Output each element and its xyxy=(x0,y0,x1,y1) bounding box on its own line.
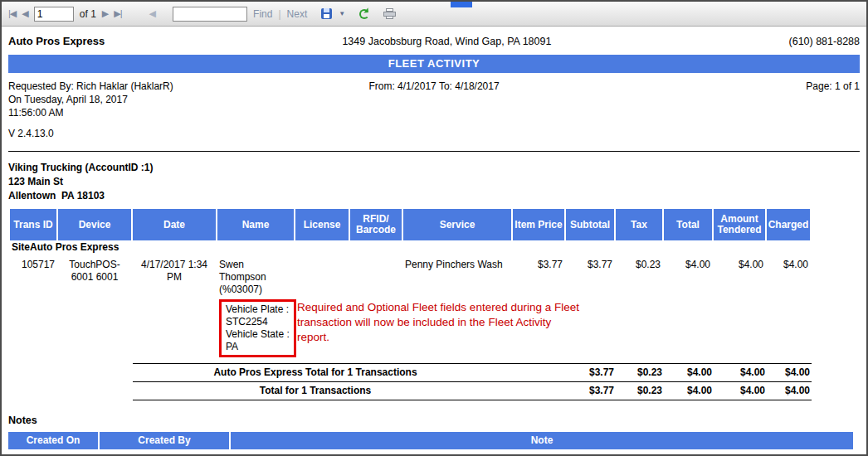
col-header-amount-tendered: Amount Tendered xyxy=(714,209,765,240)
site-group-label: SiteAuto Pros Express xyxy=(10,240,810,255)
site-total-amount-tendered: $4.00 xyxy=(714,366,767,378)
account-name: Viking Trucking (AccountID :1) xyxy=(8,161,860,175)
col-header-date: Date xyxy=(133,209,216,240)
table-header-row: Trans ID Device Date Name License RFID/ … xyxy=(10,209,810,240)
vehicle-fields-cell: Vehicle Plate : STC2254 Vehicle State : … xyxy=(217,297,294,358)
col-header-device: Device xyxy=(58,209,131,240)
search-input[interactable] xyxy=(173,7,247,22)
fleet-activity-table: Trans ID Device Date Name License RFID/ … xyxy=(8,209,812,358)
cell-trans-id: 105717 xyxy=(10,255,56,297)
report-body: Auto Pros Express 1349 Jacobsburg Road, … xyxy=(2,27,866,449)
site-total-label: Auto Pros Express Total for 1 Transactio… xyxy=(133,366,498,378)
cell-rfid-barcode xyxy=(350,255,402,297)
col-header-tax: Tax xyxy=(616,209,662,240)
page-number-input[interactable] xyxy=(34,7,74,22)
cell-device: TouchPOS-6001 6001 xyxy=(58,255,131,297)
cell-charged: $4.00 xyxy=(767,255,810,297)
vehicle-fields-highlight-box: Vehicle Plate : STC2254 Vehicle State : … xyxy=(219,299,296,357)
find-next-button[interactable]: Next xyxy=(287,8,308,20)
col-header-license: License xyxy=(295,209,349,240)
grand-total-total: $4.00 xyxy=(664,385,714,396)
requested-date: On Tuesday, April 18, 2017 xyxy=(8,93,860,106)
back-to-parent-button[interactable]: ◀ xyxy=(149,8,155,19)
cell-total: $4.00 xyxy=(664,255,712,297)
grand-total-row: Total for 1 Transactions $3.77 $0.23 $4.… xyxy=(133,381,812,400)
site-group-row: SiteAuto Pros Express xyxy=(10,240,810,255)
company-name: Auto Pros Express xyxy=(8,35,105,47)
cell-tax: $0.23 xyxy=(616,255,662,297)
report-meta: Requested By: Rich Haklar (HaklarR) On T… xyxy=(8,80,860,140)
report-viewer-window: |◀ ◀ of 1 ▶ ▶| ◀ Find | Next ▼ Auto Pros… xyxy=(0,0,868,456)
cell-item-price: $3.77 xyxy=(513,255,564,297)
report-header: Auto Pros Express 1349 Jacobsburg Road, … xyxy=(8,35,860,47)
totals-section: Auto Pros Express Total for 1 Transactio… xyxy=(8,363,812,400)
cell-amount-tendered: $4.00 xyxy=(714,255,765,297)
first-page-button[interactable]: |◀ xyxy=(8,8,16,19)
notes-col-note: Note xyxy=(231,432,853,449)
company-phone: (610) 881-8288 xyxy=(789,36,860,47)
notes-col-created-on: Created On xyxy=(8,432,98,449)
company-address: 1349 Jacobsburg Road, Wind Gap, PA 18091 xyxy=(105,36,788,47)
next-page-button[interactable]: ▶ xyxy=(102,8,108,19)
cell-subtotal: $3.77 xyxy=(566,255,614,297)
grand-total-tax: $0.23 xyxy=(616,385,664,396)
site-total-charged: $4.00 xyxy=(767,366,812,378)
grand-total-label: Total for 1 Transactions xyxy=(133,385,498,396)
col-header-subtotal: Subtotal xyxy=(566,209,614,240)
col-header-charged: Charged xyxy=(767,209,810,240)
date-range: From: 4/1/2017 To: 4/18/2017 xyxy=(8,80,860,92)
find-next-divider: | xyxy=(278,8,280,20)
export-button[interactable]: ▼ xyxy=(321,8,345,19)
cell-license xyxy=(295,255,349,297)
site-total-row: Auto Pros Express Total for 1 Transactio… xyxy=(133,363,812,381)
export-save-icon xyxy=(321,8,332,19)
grand-total-subtotal: $3.77 xyxy=(566,385,616,396)
cell-service: Penny Pinchers Wash xyxy=(403,255,511,297)
notes-col-created-by: Created By xyxy=(100,432,229,449)
chevron-down-icon: ▼ xyxy=(339,10,345,17)
cell-name: Swen Thompson (%03007) xyxy=(217,255,294,297)
col-header-total: Total xyxy=(664,209,712,240)
refresh-button[interactable] xyxy=(359,9,369,19)
annotation-text: Required and Optional Fleet fields enter… xyxy=(297,298,583,344)
refresh-icon xyxy=(359,9,369,19)
page-count-label: of 1 xyxy=(80,8,96,20)
requested-time: 11:56:00 AM xyxy=(8,106,860,119)
notes-header-row: Created On Created By Note xyxy=(8,432,853,449)
vehicle-plate-label: Vehicle Plate : xyxy=(226,303,290,316)
col-header-name: Name xyxy=(217,209,294,240)
print-button[interactable] xyxy=(383,8,397,20)
report-title-banner: FLEET ACTIVITY xyxy=(8,55,860,73)
grand-total-amount-tendered: $4.00 xyxy=(714,385,767,396)
app-version: V 2.4.13.0 xyxy=(8,127,860,140)
page-indicator: Page: 1 of 1 xyxy=(806,80,860,92)
account-block: Viking Trucking (AccountID :1) 123 Main … xyxy=(8,161,860,203)
vehicle-fields-row: Vehicle Plate : STC2254 Vehicle State : … xyxy=(10,297,810,358)
col-header-rfid-barcode: RFID/ Barcode xyxy=(350,209,402,240)
browser-artifact xyxy=(451,2,472,7)
vehicle-state-label: Vehicle State : xyxy=(226,328,290,341)
notes-title: Notes xyxy=(8,415,860,426)
previous-page-button[interactable]: ◀ xyxy=(22,8,27,19)
transaction-row: 105717 TouchPOS-6001 6001 4/17/2017 1:34… xyxy=(10,255,810,297)
cell-date: 4/17/2017 1:34 PM xyxy=(133,255,216,297)
col-header-trans-id: Trans ID xyxy=(10,209,56,240)
grand-total-charged: $4.00 xyxy=(767,385,812,396)
account-city: Allentown PA 18103 xyxy=(8,189,860,203)
site-total-total: $4.00 xyxy=(664,366,714,378)
vehicle-plate-value: STC2254 xyxy=(226,316,290,328)
site-total-subtotal: $3.77 xyxy=(566,366,616,378)
annotation-cell: Required and Optional Fleet fields enter… xyxy=(295,297,614,358)
vehicle-state-value: PA xyxy=(226,341,290,353)
printer-icon xyxy=(383,8,397,20)
report-toolbar: |◀ ◀ of 1 ▶ ▶| ◀ Find | Next ▼ xyxy=(2,2,866,27)
divider xyxy=(8,151,860,152)
find-button[interactable]: Find xyxy=(253,8,272,20)
last-page-button[interactable]: ▶| xyxy=(114,8,121,19)
site-total-tax: $0.23 xyxy=(616,366,664,378)
account-street: 123 Main St xyxy=(8,175,860,189)
col-header-item-price: Item Price xyxy=(513,209,564,240)
col-header-service: Service xyxy=(403,209,511,240)
